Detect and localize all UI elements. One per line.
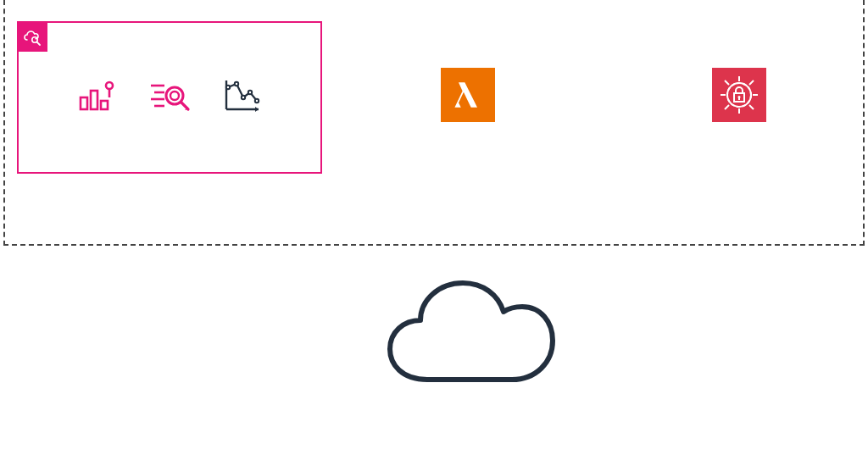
svg-line-29 xyxy=(725,105,729,109)
svg-line-30 xyxy=(749,105,754,109)
svg-line-1 xyxy=(37,42,40,45)
svg-point-19 xyxy=(235,82,238,86)
cloudwatch-group xyxy=(17,21,322,174)
inspector-lock-icon xyxy=(712,68,766,122)
svg-rect-2 xyxy=(81,97,87,109)
aws-lambda-icon xyxy=(441,68,495,122)
architecture-diagram xyxy=(0,0,868,466)
svg-point-20 xyxy=(242,96,245,99)
dashboard-icon xyxy=(70,69,125,123)
svg-marker-17 xyxy=(255,107,259,112)
cloudwatch-icon xyxy=(17,21,47,52)
metrics-chart-icon xyxy=(214,69,269,123)
svg-rect-3 xyxy=(91,91,97,109)
svg-point-21 xyxy=(248,91,252,94)
svg-line-27 xyxy=(725,80,729,85)
cloudtrail-cloud-icon xyxy=(376,271,563,407)
logs-insights-icon xyxy=(142,69,197,123)
svg-rect-4 xyxy=(101,101,108,109)
svg-rect-6 xyxy=(108,89,111,97)
svg-line-28 xyxy=(749,80,754,85)
cloudwatch-icons-row xyxy=(19,69,320,123)
svg-point-5 xyxy=(106,82,113,89)
svg-point-12 xyxy=(170,92,179,100)
svg-point-18 xyxy=(226,86,230,89)
svg-point-22 xyxy=(255,99,259,103)
